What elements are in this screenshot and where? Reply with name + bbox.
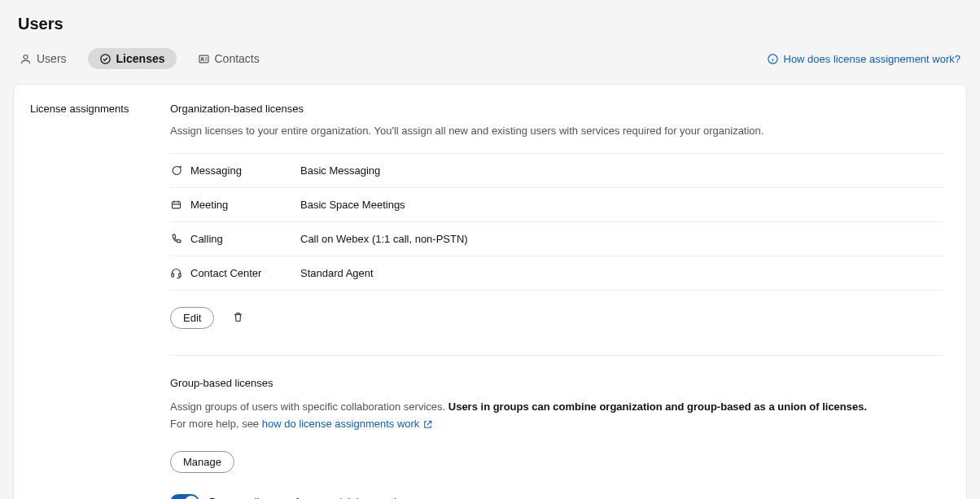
tab-contacts[interactable]: Contacts (196, 49, 261, 68)
svg-point-1 (100, 54, 109, 63)
license-row-meeting: Meeting Basic Space Meetings (170, 187, 943, 221)
tab-bar: Users Licenses Contacts How does license… (13, 48, 967, 69)
group-section-title: Group-based licenses (170, 377, 943, 389)
trash-icon (232, 311, 244, 323)
how-license-works-label: how do license assignments work (262, 416, 420, 433)
svg-rect-6 (172, 274, 174, 277)
how-license-works-link[interactable]: how do license assignments work (262, 416, 434, 433)
license-row-label: Contact Center (190, 267, 261, 279)
license-row-contact-center: Contact Center Standard Agent (170, 256, 943, 291)
svg-rect-5 (173, 202, 181, 208)
side-heading: License assignments (30, 103, 170, 115)
license-row-value: Call on Webex (1:1 call, non-PSTN) (300, 233, 468, 245)
license-row-value: Basic Messaging (300, 164, 380, 177)
tab-users-label: Users (37, 52, 67, 65)
license-row-value: Basic Space Meetings (300, 199, 405, 211)
page-title: Users (13, 15, 967, 33)
preserve-licenses-toggle[interactable] (170, 494, 199, 499)
messaging-icon (170, 164, 182, 177)
group-desc-bold: Users in groups can combine organization… (448, 401, 867, 413)
help-link-label: How does license assignement work? (784, 53, 961, 65)
external-link-icon (422, 419, 433, 430)
group-desc-pre: Assign groups of users with specific col… (170, 401, 448, 413)
help-link[interactable]: How does license assignement work? (767, 53, 961, 65)
check-circle-icon (99, 53, 112, 65)
id-card-icon (198, 53, 210, 65)
calling-icon (170, 233, 182, 245)
license-row-label: Calling (190, 233, 223, 245)
license-row-label: Meeting (190, 199, 228, 211)
svg-point-0 (24, 55, 28, 59)
group-section-desc: Assign groups of users with specific col… (170, 399, 943, 433)
license-row-messaging: Messaging Basic Messaging (170, 153, 943, 187)
info-icon (767, 53, 779, 65)
tab-users[interactable]: Users (18, 49, 68, 68)
meeting-icon (170, 199, 182, 211)
preserve-licenses-label: Preserve licenses for users joining anot… (209, 496, 440, 499)
tab-licenses-label: Licenses (116, 52, 165, 65)
org-section-desc: Assign licenses to your entire organizat… (170, 125, 943, 137)
headset-icon (170, 267, 182, 279)
license-row-value: Standard Agent (300, 267, 374, 279)
svg-rect-2 (199, 55, 208, 63)
delete-button[interactable] (229, 308, 247, 329)
svg-rect-7 (179, 274, 182, 277)
manage-button[interactable]: Manage (170, 451, 234, 473)
tab-contacts-label: Contacts (215, 52, 260, 65)
license-card: License assignments Organization-based l… (13, 84, 967, 499)
edit-button[interactable]: Edit (170, 307, 214, 329)
license-row-label: Messaging (190, 164, 242, 177)
org-section-title: Organization-based licenses (170, 103, 943, 115)
group-desc-more-pre: For more help, see (170, 418, 262, 430)
tab-licenses[interactable]: Licenses (88, 48, 177, 69)
svg-point-3 (201, 57, 203, 59)
license-row-calling: Calling Call on Webex (1:1 call, non-PST… (170, 221, 943, 256)
user-icon (20, 53, 32, 65)
license-table: Messaging Basic Messaging Meeting Basic … (170, 153, 943, 291)
